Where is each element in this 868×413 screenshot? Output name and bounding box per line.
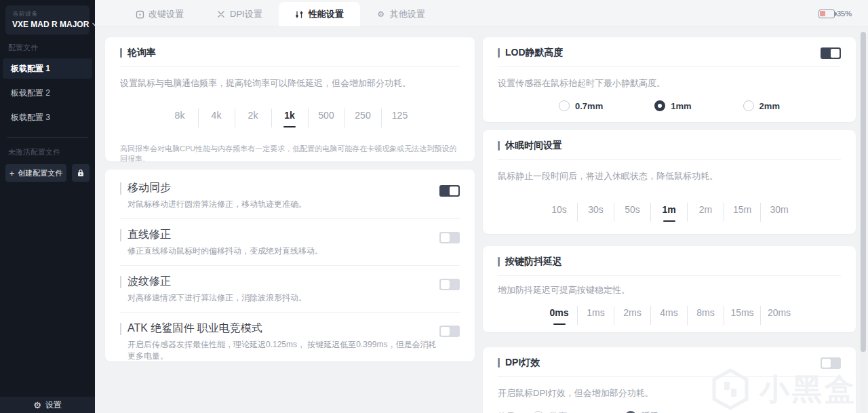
main-area: 改键设置 DPI设置	[95, 0, 868, 413]
polling-option-2k[interactable]: 2k	[235, 109, 272, 127]
sidebar-item-profile-2[interactable]: 板载配置 2	[3, 83, 92, 103]
debounce-option-2ms[interactable]: 2ms	[614, 306, 651, 325]
effect-option-breathing[interactable]: 呼吸	[625, 410, 659, 413]
lod-option-2mm[interactable]: 2mm	[743, 100, 780, 111]
feature-row-atk-esports-mode: ATK 绝鲨固件 职业电竞模式 开启后传感器发挥最佳性能，理论延迟0.125ms…	[120, 313, 460, 361]
divider	[498, 376, 841, 377]
atk-esports-title: ATK 绝鲨固件 职业电竞模式	[127, 321, 439, 336]
radio-selected-icon	[654, 100, 665, 111]
plus-icon: +	[9, 169, 15, 178]
radio-label: 0.7mm	[575, 101, 603, 111]
feature-row-straight-correction: 直线修正 修正直线移动鼠标时的偏移抖动，变成绝对直线移动。	[120, 219, 460, 266]
debounce-option-4ms[interactable]: 4ms	[651, 306, 688, 325]
sleep-time-card: 休眠时间设置 鼠标静止一段时间后，将进入休眠状态，降低鼠标功耗。 10s 30s…	[483, 130, 856, 234]
title-bar-accent	[498, 358, 500, 368]
sleep-option-2m[interactable]: 2m	[688, 203, 724, 222]
debounce-option-20ms[interactable]: 20ms	[761, 306, 797, 325]
title-bar-accent	[120, 48, 122, 58]
sleep-desc: 鼠标静止一段时间后，将进入休眠状态，降低鼠标功耗。	[498, 170, 841, 182]
tab-label: 其他设置	[390, 8, 425, 20]
debounce-option-15ms[interactable]: 15ms	[724, 306, 761, 325]
polling-option-8k[interactable]: 8k	[162, 109, 199, 127]
sidebar-divider	[7, 137, 88, 138]
polling-rate-title: 轮询率	[127, 47, 156, 59]
dpi-light-card: DPI灯效 开启鼠标DPI灯效，但会增加部分功耗。 效果 常亮	[483, 347, 856, 413]
polling-option-4k[interactable]: 4k	[199, 109, 235, 127]
inactive-profiles-label: 未激活配置文件	[8, 147, 87, 157]
dpi-icon	[216, 9, 226, 19]
title-bar-accent	[498, 257, 500, 267]
title-bar-accent	[498, 48, 500, 58]
lod-desc: 设置传感器在鼠标抬起时下最小静默高度。	[498, 77, 841, 90]
effect-option-steady[interactable]: 常亮	[533, 410, 567, 413]
title-bar-accent	[498, 141, 500, 151]
feature-row-motion-sync: 移动同步 对鼠标移动进行圆滑算法修正，移动轨迹更准确。	[120, 172, 460, 219]
debounce-desc: 增加防抖延迟可提高按键稳定性。	[498, 284, 841, 296]
polling-rate-card: 轮询率 设置鼠标与电脑通信频率，提高轮询率可以降低延迟，但会增加部分功耗。 8k…	[105, 37, 475, 161]
divider	[498, 159, 841, 160]
profile-label: 板载配置 1	[11, 63, 50, 75]
polling-option-1k[interactable]: 1k	[272, 109, 309, 127]
settings-button[interactable]: ⚙ 设置	[0, 397, 95, 413]
debounce-option-1ms[interactable]: 1ms	[578, 306, 614, 325]
ripple-correction-toggle[interactable]	[439, 279, 460, 290]
battery-indicator: 35%	[818, 0, 852, 27]
sleep-option-30s[interactable]: 30s	[578, 203, 614, 222]
tab-other[interactable]: ⚙ 其他设置	[360, 2, 441, 26]
tab-bar: 改键设置 DPI设置	[95, 0, 868, 27]
settings-label: 设置	[45, 399, 62, 411]
row-bar-accent	[120, 182, 121, 195]
sleep-options: 10s 30s 50s 1m 2m 15m 30m	[498, 203, 841, 222]
lod-option-0-7mm[interactable]: 0.7mm	[559, 100, 603, 111]
import-profile-button[interactable]	[72, 164, 90, 182]
atk-esports-toggle[interactable]	[439, 326, 460, 337]
app-window: 当前设备 VXE MAD R MAJOR 配置文件 板载配置 1 板载配置 2 …	[0, 0, 868, 413]
sleep-option-1m[interactable]: 1m	[651, 203, 688, 222]
device-selector[interactable]: 当前设备 VXE MAD R MAJOR	[5, 5, 90, 35]
polling-option-125[interactable]: 125	[382, 109, 418, 127]
feature-row-ripple-correction: 波纹修正 对高移速情况下进行算法修正，消除波浪形抖动。	[120, 266, 460, 313]
scrollbar-track[interactable]	[861, 31, 866, 412]
atk-esports-desc: 开启后传感器发挥最佳性能，理论延迟0.125ms， 按键延迟低至0.399ms，…	[127, 339, 439, 361]
device-selector-label: 当前设备	[12, 9, 83, 18]
tab-dpi[interactable]: DPI设置	[200, 2, 279, 26]
motion-features-card: 移动同步 对鼠标移动进行圆滑算法修正，移动轨迹更准确。 直线修正 修正直线移动鼠…	[105, 170, 475, 361]
key-remap-icon	[135, 9, 144, 19]
sleep-option-30m[interactable]: 30m	[761, 203, 797, 222]
effect-label: 效果	[498, 410, 515, 413]
scrollbar-thumb[interactable]	[861, 32, 866, 352]
battery-percent: 35%	[837, 9, 852, 18]
sidebar: 当前设备 VXE MAD R MAJOR 配置文件 板载配置 1 板载配置 2 …	[0, 0, 95, 413]
polling-option-250[interactable]: 250	[345, 109, 382, 127]
radio-label: 常亮	[549, 410, 567, 413]
sleep-option-15m[interactable]: 15m	[724, 203, 761, 222]
sidebar-item-profile-1[interactable]: 板载配置 1	[3, 58, 92, 79]
dpi-light-toggle[interactable]	[821, 357, 841, 369]
radio-icon	[559, 100, 570, 111]
debounce-option-0ms[interactable]: 0ms	[541, 306, 578, 325]
sidebar-item-profile-3[interactable]: 板载配置 3	[3, 107, 92, 127]
debounce-option-8ms[interactable]: 8ms	[688, 306, 724, 325]
sleep-option-50s[interactable]: 50s	[614, 203, 651, 222]
divider	[498, 275, 841, 276]
radio-label: 2mm	[760, 101, 780, 111]
lod-toggle[interactable]	[821, 47, 841, 59]
tab-performance[interactable]: 性能设置	[279, 2, 360, 26]
lod-title: LOD静默高度	[505, 47, 564, 59]
polling-option-500[interactable]: 500	[309, 109, 345, 127]
straight-correction-toggle[interactable]	[439, 232, 460, 243]
debounce-title: 按键防抖延迟	[505, 256, 562, 268]
sliders-icon	[295, 9, 304, 19]
tab-key-remap[interactable]: 改键设置	[119, 2, 200, 26]
gear-icon: ⚙	[376, 9, 386, 19]
ripple-correction-desc: 对高移速情况下进行算法修正，消除波浪形抖动。	[127, 292, 307, 304]
motion-sync-toggle[interactable]	[439, 185, 460, 197]
device-name: VXE MAD R MAJOR	[12, 20, 89, 29]
tab-label: 改键设置	[149, 8, 184, 20]
lod-option-1mm[interactable]: 1mm	[654, 100, 691, 111]
motion-sync-title: 移动同步	[127, 181, 307, 195]
create-profile-button[interactable]: + 创建配置文件	[5, 164, 66, 182]
row-bar-accent	[120, 276, 121, 288]
sleep-option-10s[interactable]: 10s	[541, 203, 578, 222]
sleep-title: 休眠时间设置	[505, 140, 562, 152]
